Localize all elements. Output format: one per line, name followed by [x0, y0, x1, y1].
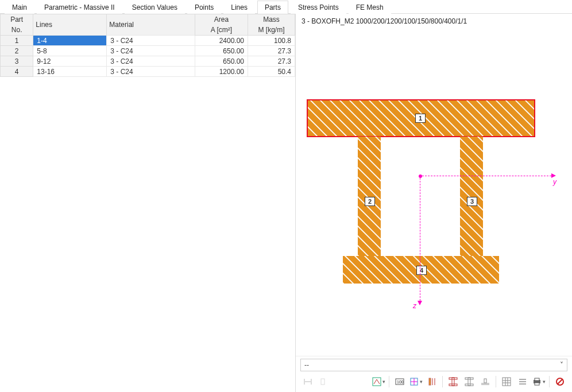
cell-mass[interactable]: 27.3	[248, 46, 295, 56]
cell-material[interactable]: 3 - C24	[107, 67, 195, 77]
axis-y-line	[422, 176, 551, 176]
grid-button[interactable]	[499, 375, 514, 389]
tab-lines[interactable]: Lines	[223, 1, 255, 14]
cell-mass[interactable]: 27.3	[248, 56, 295, 67]
preview-mode-dropdown[interactable]: -- ˅	[300, 359, 567, 371]
col-area[interactable]: Area	[195, 14, 248, 25]
table-row[interactable]: 413-163 - C241200.0050.4	[1, 67, 295, 77]
scale-100-button[interactable]: 100	[392, 375, 407, 389]
show-values-button[interactable]	[462, 375, 477, 389]
part-label-1: 1	[415, 114, 426, 123]
tab-parts[interactable]: Parts	[257, 1, 288, 14]
cell-area[interactable]: 2400.00	[195, 36, 248, 46]
col-mass[interactable]: Mass	[248, 14, 295, 25]
svg-rect-17	[465, 378, 473, 379]
cell-mass[interactable]: 100.8	[248, 36, 295, 46]
table-row[interactable]: 25-83 - C24650.0027.3	[1, 46, 295, 56]
cell-material[interactable]: 3 - C24	[107, 56, 195, 67]
part-label-4: 4	[416, 266, 427, 275]
preview-title: 3 - BOXOFH_M2 1000/200/1200/100/150/800/…	[296, 14, 572, 28]
print-button[interactable]: ▾	[531, 375, 546, 389]
chevron-down-icon: ˅	[560, 361, 563, 369]
part-shape-2[interactable]	[358, 137, 381, 256]
parts-table-panel: Part Lines Material Area Mass No. A [cm²…	[0, 14, 296, 392]
axis-y-arrow-icon	[551, 173, 556, 178]
svg-rect-3	[321, 379, 324, 385]
show-parts-button[interactable]	[478, 375, 493, 389]
tab-parametric-massive-ii[interactable]: Parametric - Massive II	[37, 1, 122, 14]
cell-lines[interactable]: 1-4	[33, 36, 107, 46]
tab-section-values[interactable]: Section Values	[125, 1, 185, 14]
svg-rect-15	[449, 384, 457, 386]
svg-rect-10	[429, 378, 431, 385]
parts-table: Part Lines Material Area Mass No. A [cm²…	[0, 14, 295, 77]
show-dimensions-button[interactable]	[424, 375, 439, 389]
cell-lines[interactable]: 13-16	[33, 67, 107, 77]
units-button[interactable]	[300, 375, 315, 389]
delete-button[interactable]	[552, 375, 567, 389]
svg-rect-30	[535, 378, 539, 381]
tab-stress-points[interactable]: Stress Points	[291, 1, 346, 14]
part-shape-3[interactable]	[460, 137, 483, 256]
svg-rect-19	[481, 383, 489, 385]
svg-rect-18	[465, 384, 473, 386]
col-part-no-unit[interactable]: No.	[1, 25, 33, 36]
list-button[interactable]	[515, 375, 530, 389]
tab-bar: MainParametric - Massive IISection Value…	[0, 0, 572, 14]
part-label-3: 3	[467, 197, 477, 206]
svg-text:100: 100	[397, 380, 404, 384]
cell-area[interactable]: 650.00	[195, 46, 248, 56]
svg-rect-0	[304, 381, 312, 382]
axis-z-label: z	[413, 302, 416, 310]
cell-part-no[interactable]: 4	[1, 67, 33, 77]
cell-part-no[interactable]: 2	[1, 46, 33, 56]
cell-lines[interactable]: 5-8	[33, 46, 107, 56]
cell-mass[interactable]: 50.4	[248, 67, 295, 77]
col-area-unit[interactable]: A [cm²]	[195, 25, 248, 36]
tab-points[interactable]: Points	[187, 1, 221, 14]
tab-fe-mesh[interactable]: FE Mesh	[349, 1, 391, 14]
show-principal-button[interactable]	[446, 375, 461, 389]
axis-z-line	[420, 178, 420, 301]
svg-rect-31	[535, 383, 539, 385]
axis-origin	[419, 174, 422, 178]
cell-material[interactable]: 3 - C24	[107, 36, 195, 46]
cell-area[interactable]: 650.00	[195, 56, 248, 67]
svg-rect-14	[449, 378, 457, 379]
svg-rect-16	[468, 378, 470, 386]
col-material[interactable]: Material	[107, 14, 195, 36]
axis-y-label: y	[553, 178, 556, 186]
dropdown-value: --	[304, 361, 309, 369]
svg-rect-13	[452, 378, 454, 386]
show-axes-button[interactable]: ▾	[408, 375, 423, 389]
section-preview[interactable]: 1 2 3 4 y z	[296, 28, 572, 356]
cell-part-no[interactable]: 3	[1, 56, 33, 67]
col-part-no[interactable]: Part	[1, 14, 33, 25]
table-row[interactable]: 39-123 - C24650.0027.3	[1, 56, 295, 67]
svg-rect-20	[484, 379, 486, 383]
preview-toolbar: ▾ 100 ▾ ▾	[296, 372, 572, 392]
cell-area[interactable]: 1200.00	[195, 67, 248, 77]
cell-part-no[interactable]: 1	[1, 36, 33, 46]
svg-rect-1	[304, 379, 305, 385]
stress-plot-button[interactable]: ▾	[371, 375, 386, 389]
cell-lines[interactable]: 9-12	[33, 56, 107, 67]
col-mass-unit[interactable]: M [kg/m]	[248, 25, 295, 36]
axis-z-arrow-icon	[418, 301, 422, 305]
tab-main[interactable]: Main	[5, 1, 34, 14]
pick-section-button[interactable]	[316, 375, 331, 389]
svg-rect-21	[503, 378, 511, 386]
svg-line-33	[558, 379, 562, 384]
cell-material[interactable]: 3 - C24	[107, 46, 195, 56]
table-row[interactable]: 11-43 - C242400.00100.8	[1, 36, 295, 46]
col-lines[interactable]: Lines	[33, 14, 107, 36]
part-label-2: 2	[365, 197, 375, 206]
svg-rect-2	[311, 379, 312, 385]
